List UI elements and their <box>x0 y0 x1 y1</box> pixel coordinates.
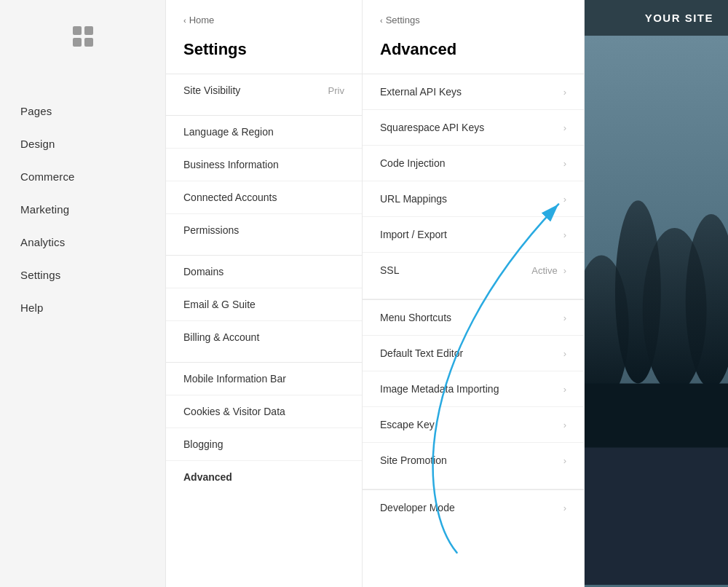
sidebar-item-settings[interactable]: Settings <box>0 259 165 291</box>
settings-section-visibility: Site Visibility Priv <box>166 74 362 106</box>
advanced-item-squarespace-api[interactable]: Squarespace API Keys › <box>363 110 584 146</box>
settings-section-advanced: Mobile Information Bar Cookies & Visitor… <box>166 362 362 493</box>
sidebar-item-pages[interactable]: Pages <box>0 95 165 127</box>
advanced-breadcrumb-label: Settings <box>386 15 420 25</box>
squarespace-logo <box>68 22 98 51</box>
chevron-right-icon: › <box>563 194 566 205</box>
chevron-right-icon: › <box>563 503 566 513</box>
settings-item-language[interactable]: Language & Region <box>166 116 362 149</box>
settings-item-advanced[interactable]: Advanced <box>166 461 362 493</box>
advanced-item-default-text[interactable]: Default Text Editor › <box>363 336 584 371</box>
advanced-panel: ‹ Settings Advanced External API Keys › … <box>363 0 585 587</box>
advanced-section-shortcuts: Menu Shortcuts › Default Text Editor › I… <box>363 299 584 478</box>
settings-item-billing[interactable]: Billing & Account <box>166 321 362 353</box>
site-preview-header: YOUR SITE <box>585 0 728 36</box>
svg-rect-3 <box>84 38 93 47</box>
site-preview-title: YOUR SITE <box>645 12 713 24</box>
settings-section-domains: Domains Email & G Suite Billing & Accoun… <box>166 255 362 353</box>
advanced-item-right: › <box>563 87 566 98</box>
advanced-item-site-promotion[interactable]: Site Promotion › <box>363 443 584 478</box>
sidebar-item-design[interactable]: Design <box>0 127 165 160</box>
chevron-right-icon: › <box>563 87 566 98</box>
breadcrumb-arrow-icon: ‹ <box>183 16 186 25</box>
advanced-section-developer: Developer Mode › <box>363 489 584 525</box>
svg-rect-2 <box>73 38 82 47</box>
chevron-right-icon: › <box>563 348 566 359</box>
settings-item-email[interactable]: Email & G Suite <box>166 288 362 321</box>
settings-item-business[interactable]: Business Information <box>166 149 362 181</box>
advanced-item-menu-shortcuts[interactable]: Menu Shortcuts › <box>363 300 584 336</box>
settings-item-cookies[interactable]: Cookies & Visitor Data <box>166 395 362 428</box>
settings-panel: ‹ Home Settings Site Visibility Priv Lan… <box>166 0 363 587</box>
site-preview-background <box>585 36 728 585</box>
advanced-item-escape-key[interactable]: Escape Key › <box>363 407 584 443</box>
settings-item-blogging[interactable]: Blogging <box>166 428 362 461</box>
advanced-item-external-api[interactable]: External API Keys › <box>363 74 584 110</box>
chevron-right-icon: › <box>563 265 566 276</box>
settings-section-general: Language & Region Business Information C… <box>166 115 362 246</box>
settings-item-mobile[interactable]: Mobile Information Bar <box>166 363 362 395</box>
chevron-right-icon: › <box>563 122 566 133</box>
advanced-item-code-injection[interactable]: Code Injection › <box>363 146 584 181</box>
sidebar-navigation: Pages Design Commerce Marketing Analytic… <box>0 95 165 324</box>
advanced-breadcrumb[interactable]: ‹ Settings <box>363 0 584 34</box>
settings-item-site-visibility[interactable]: Site Visibility Priv <box>166 74 362 106</box>
advanced-item-import-export[interactable]: Import / Export › <box>363 217 584 253</box>
advanced-item-ssl[interactable]: SSL Active › <box>363 253 584 288</box>
ssl-status: Active <box>531 265 557 276</box>
sidebar: Pages Design Commerce Marketing Analytic… <box>0 0 166 587</box>
advanced-item-url-mappings[interactable]: URL Mappings › <box>363 181 584 217</box>
settings-item-connected[interactable]: Connected Accounts <box>166 181 362 214</box>
advanced-item-image-metadata[interactable]: Image Metadata Importing › <box>363 371 584 407</box>
settings-breadcrumb[interactable]: ‹ Home <box>166 0 362 34</box>
svg-rect-0 <box>73 26 82 35</box>
sidebar-item-analytics[interactable]: Analytics <box>0 226 165 259</box>
advanced-item-developer-mode[interactable]: Developer Mode › <box>363 490 584 525</box>
sidebar-item-commerce[interactable]: Commerce <box>0 160 165 193</box>
sidebar-item-marketing[interactable]: Marketing <box>0 193 165 226</box>
advanced-panel-title: Advanced <box>363 34 584 74</box>
advanced-section-api: External API Keys › Squarespace API Keys… <box>363 74 584 288</box>
svg-rect-11 <box>585 448 728 586</box>
breadcrumb-arrow-icon: ‹ <box>380 16 383 25</box>
settings-item-value: Priv <box>328 85 344 96</box>
site-preview: YOUR SITE <box>585 0 728 587</box>
sidebar-item-help[interactable]: Help <box>0 291 165 324</box>
breadcrumb-label: Home <box>189 15 215 25</box>
chevron-right-icon: › <box>563 312 566 323</box>
settings-item-permissions[interactable]: Permissions <box>166 214 362 246</box>
chevron-right-icon: › <box>563 384 566 395</box>
chevron-right-icon: › <box>563 158 566 169</box>
settings-panel-title: Settings <box>166 34 362 74</box>
settings-item-domains[interactable]: Domains <box>166 256 362 288</box>
chevron-right-icon: › <box>563 229 566 240</box>
chevron-right-icon: › <box>563 419 566 430</box>
svg-rect-1 <box>84 26 93 35</box>
chevron-right-icon: › <box>563 455 566 466</box>
settings-item-label: Site Visibility <box>183 84 240 96</box>
